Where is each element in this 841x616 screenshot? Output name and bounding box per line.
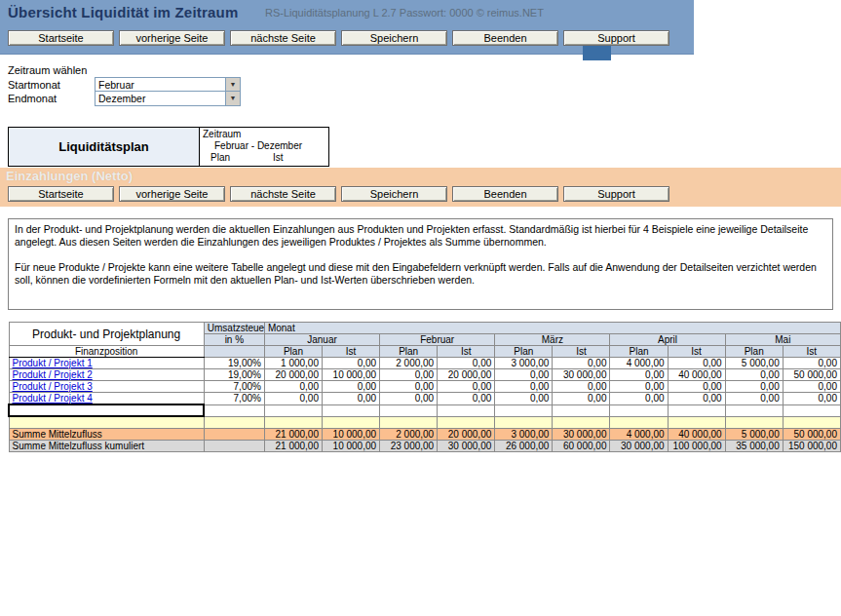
empty-cell[interactable] (610, 416, 668, 428)
empty-cell[interactable] (380, 416, 438, 428)
beenden-button[interactable]: Beenden (452, 30, 558, 46)
empty-cell[interactable] (783, 416, 840, 428)
value-cell[interactable]: 0,00 (783, 358, 840, 369)
value-cell[interactable]: 0,00 (553, 393, 610, 405)
empty-cell[interactable] (668, 404, 725, 416)
value-cell[interactable]: 0,00 (783, 393, 840, 405)
value-cell[interactable]: 0,00 (783, 381, 840, 393)
vorherige-seite-button[interactable]: vorherige Seite (119, 186, 225, 202)
empty-cell[interactable] (495, 416, 553, 428)
empty-cell[interactable] (438, 404, 495, 416)
value-cell[interactable]: 0,00 (725, 381, 783, 393)
value-cell[interactable]: 0,00 (323, 393, 380, 405)
empty-cell[interactable] (204, 404, 264, 416)
empty-cell[interactable] (725, 404, 783, 416)
vorherige-seite-button[interactable]: vorherige Seite (119, 30, 225, 46)
chevron-down-icon[interactable]: ▼ (225, 78, 240, 92)
empty-cell[interactable] (553, 416, 610, 428)
sum-value-cell: 2 000,00 (380, 428, 438, 440)
value-cell[interactable]: 0,00 (610, 381, 668, 393)
zeitraum-label: Zeitraum (203, 129, 325, 140)
value-cell[interactable]: 0,00 (323, 381, 380, 393)
value-cell[interactable]: 5 000,00 (725, 358, 783, 369)
value-cell[interactable]: 0,00 (668, 393, 725, 405)
project-link[interactable]: Produkt / Projekt 2 (9, 369, 204, 381)
vat-cell[interactable]: 19,00% (204, 369, 264, 381)
start-month-value: Februar (96, 78, 225, 92)
startseite-button[interactable]: Startseite (8, 186, 114, 202)
empty-cell[interactable] (783, 404, 840, 416)
empty-cell[interactable] (9, 416, 204, 428)
value-cell[interactable]: 0,00 (438, 393, 495, 405)
value-cell[interactable]: 0,00 (668, 358, 725, 369)
ist-label: Ist (273, 152, 284, 164)
value-cell[interactable]: 0,00 (264, 393, 322, 405)
value-cell[interactable]: 30 000,00 (553, 369, 610, 381)
value-cell[interactable]: 3 000,00 (495, 358, 553, 369)
month-header-januar: Januar (264, 334, 379, 346)
empty-cell[interactable] (323, 416, 380, 428)
empty-cell[interactable] (264, 404, 322, 416)
period-section-label: Zeitraum wählen (8, 64, 87, 76)
description-box: In der Produkt- und Projektplanung werde… (8, 218, 833, 310)
value-cell[interactable]: 0,00 (668, 381, 725, 393)
value-cell[interactable]: 0,00 (610, 393, 668, 405)
value-cell[interactable]: 2 000,00 (380, 358, 438, 369)
value-cell[interactable]: 1 000,00 (264, 358, 322, 369)
ist-column-header: Ist (323, 346, 380, 358)
value-cell[interactable]: 4 000,00 (610, 358, 668, 369)
empty-cell[interactable] (610, 404, 668, 416)
value-cell[interactable]: 0,00 (323, 358, 380, 369)
value-cell[interactable]: 0,00 (380, 381, 438, 393)
startseite-button[interactable]: Startseite (8, 30, 114, 46)
value-cell[interactable]: 0,00 (438, 381, 495, 393)
empty-cell[interactable] (495, 404, 553, 416)
empty-cell[interactable] (725, 416, 783, 428)
naechste-seite-button[interactable]: nächste Seite (230, 30, 336, 46)
support-button[interactable]: Support (563, 30, 669, 46)
project-link[interactable]: Produkt / Projekt 4 (9, 393, 204, 405)
value-cell[interactable]: 0,00 (264, 381, 322, 393)
support-button[interactable]: Support (563, 186, 669, 202)
value-cell[interactable]: 0,00 (438, 358, 495, 369)
speichern-button[interactable]: Speichern (341, 30, 447, 46)
vat-cell[interactable]: 19,00% (204, 358, 264, 369)
chevron-down-icon[interactable]: ▼ (225, 92, 240, 105)
value-cell[interactable]: 50 000,00 (783, 369, 840, 381)
project-link[interactable]: Produkt / Projekt 3 (9, 381, 204, 393)
end-month-select[interactable]: Dezember ▼ (95, 91, 241, 106)
value-cell[interactable]: 0,00 (725, 369, 783, 381)
beenden-button[interactable]: Beenden (452, 186, 558, 202)
value-cell[interactable]: 0,00 (495, 381, 553, 393)
cum-value-cell: 60 000,00 (553, 440, 610, 451)
value-cell[interactable]: 40 000,00 (668, 369, 725, 381)
empty-cell[interactable] (380, 404, 438, 416)
nav-button-row-top: Startseite vorherige Seite nächste Seite… (8, 30, 669, 46)
empty-cell[interactable] (264, 416, 322, 428)
cum-value-cell: 23 000,00 (380, 440, 438, 451)
value-cell[interactable]: 0,00 (553, 358, 610, 369)
value-cell[interactable]: 0,00 (553, 381, 610, 393)
value-cell[interactable]: 0,00 (380, 369, 438, 381)
cum-value-cell: 30 000,00 (610, 440, 668, 451)
value-cell[interactable]: 10 000,00 (323, 369, 380, 381)
empty-cell[interactable] (668, 416, 725, 428)
empty-cell[interactable] (438, 416, 495, 428)
project-link[interactable]: Produkt / Projekt 1 (9, 358, 204, 369)
value-cell[interactable]: 0,00 (495, 369, 553, 381)
value-cell[interactable]: 0,00 (380, 393, 438, 405)
vat-cell[interactable]: 7,00% (204, 381, 264, 393)
value-cell[interactable]: 20 000,00 (438, 369, 495, 381)
value-cell[interactable]: 0,00 (610, 369, 668, 381)
value-cell[interactable]: 0,00 (495, 393, 553, 405)
speichern-button[interactable]: Speichern (341, 186, 447, 202)
empty-cell[interactable] (204, 416, 264, 428)
value-cell[interactable]: 0,00 (725, 393, 783, 405)
active-cell[interactable] (9, 404, 204, 416)
empty-cell[interactable] (553, 404, 610, 416)
vat-cell[interactable]: 7,00% (204, 393, 264, 405)
plan-label: Plan (210, 152, 230, 164)
empty-cell[interactable] (323, 404, 380, 416)
naechste-seite-button[interactable]: nächste Seite (230, 186, 336, 202)
value-cell[interactable]: 20 000,00 (264, 369, 322, 381)
